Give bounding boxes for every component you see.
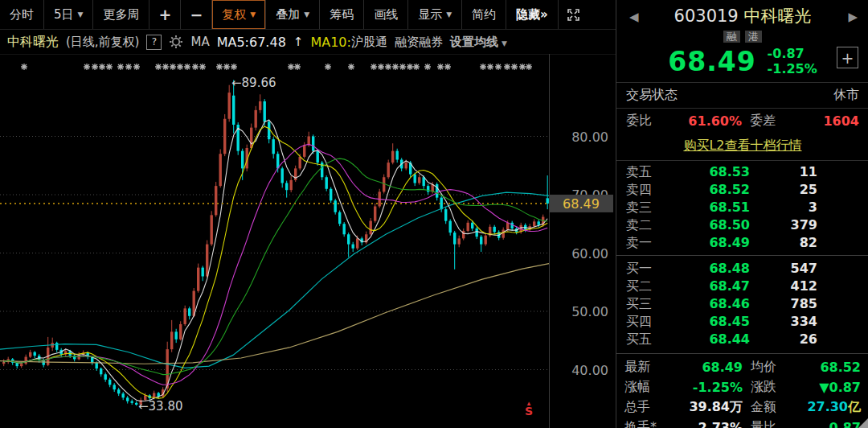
candle-up — [20, 364, 23, 366]
y-axis-tick: 50.00 — [571, 304, 608, 319]
help-icon[interactable]: ? — [146, 35, 162, 50]
toolbar-button-+[interactable]: + — [149, 0, 181, 29]
ask-row[interactable]: 卖一68.4982 — [616, 234, 868, 252]
sell-signal-marker[interactable]: S — [525, 405, 533, 418]
event-marker-icon[interactable] — [170, 64, 176, 70]
event-marker-icon[interactable] — [288, 64, 294, 70]
candle-down — [347, 234, 350, 244]
event-marker-icon[interactable] — [519, 64, 526, 70]
event-marker-icon[interactable] — [162, 64, 169, 70]
toolbar-button-更多周[interactable]: 更多周 — [93, 0, 149, 29]
candle-down — [471, 223, 473, 228]
event-marker-icon[interactable] — [407, 64, 413, 70]
toolbar-button-−[interactable]: − — [181, 0, 212, 29]
rongzirongquan-tag: 融资融券 — [395, 35, 443, 50]
event-marker-icon[interactable] — [487, 64, 493, 70]
candle-up — [370, 221, 372, 235]
candle-down — [188, 308, 190, 315]
ask-row[interactable]: 卖四68.5225 — [616, 181, 868, 199]
event-marker-icon[interactable] — [84, 64, 90, 70]
ma-settings-button[interactable]: 设置均线▼ — [450, 35, 507, 50]
stock-name-label: 中科曙光 — [7, 34, 59, 51]
bid-row[interactable]: 买三68.46785 — [616, 295, 868, 313]
event-marker-icon[interactable] — [504, 64, 510, 70]
event-marker-icon[interactable] — [378, 64, 384, 70]
event-marker-icon[interactable] — [106, 64, 113, 70]
event-marker-icon[interactable] — [199, 64, 206, 70]
toolbar-button-显示[interactable]: 显示▼ — [408, 0, 462, 29]
event-marker-icon[interactable] — [385, 64, 391, 70]
candle-down — [175, 331, 178, 339]
event-marker-icon[interactable] — [216, 64, 223, 70]
add-to-watchlist-button[interactable]: + — [837, 47, 858, 68]
event-marker-icon[interactable] — [526, 64, 532, 70]
candle-up — [356, 238, 358, 248]
bid-row[interactable]: 买五68.4426 — [616, 331, 868, 348]
ma5-line — [4, 120, 548, 401]
event-marker-icon[interactable] — [399, 64, 406, 70]
event-marker-icon[interactable] — [325, 64, 331, 70]
toolbar-button-叠加[interactable]: 叠加▼ — [266, 0, 320, 29]
event-marker-icon[interactable] — [184, 64, 190, 70]
event-marker-icon[interactable] — [192, 64, 199, 70]
toolbar-button-筹码[interactable]: 筹码 — [320, 0, 364, 29]
toolbar-button-复权[interactable]: 复权▼ — [212, 0, 266, 29]
fullscreen-icon[interactable] — [559, 0, 588, 29]
l2-promo-row: 购买L2查看十档行情 — [616, 134, 868, 161]
candle-down — [135, 403, 137, 405]
toolbar-button-画线[interactable]: 画线 — [364, 0, 408, 29]
next-stock-arrow[interactable]: ▶ — [848, 10, 858, 24]
ask-row[interactable]: 卖二68.50379 — [616, 216, 868, 234]
event-marker-icon[interactable] — [511, 64, 518, 70]
ma5-value: MA5:67.48 — [217, 35, 286, 50]
toolbar-button-隐藏[interactable]: 隐藏» — [506, 0, 559, 29]
event-marker-icon[interactable] — [92, 64, 98, 70]
event-marker-icon[interactable] — [117, 64, 124, 70]
stat-row: 换手*2.73%量比0.87 — [624, 418, 861, 428]
candle-down — [104, 374, 107, 380]
kline-chart[interactable]: 80.0070.0060.0050.0040.0068.49←89.66←33.… — [0, 54, 615, 428]
window-resize-grip[interactable] — [858, 418, 868, 428]
candle-down — [73, 356, 76, 359]
toolbar-button-简约[interactable]: 简约 — [462, 0, 506, 29]
chart-mode-label: (日线,前复权) — [66, 35, 139, 50]
candle-up — [29, 352, 31, 357]
candle-down — [317, 151, 319, 163]
event-marker-icon[interactable] — [99, 64, 105, 70]
toolbar-button-分时[interactable]: 分时 — [0, 0, 44, 29]
event-marker-icon[interactable] — [231, 64, 237, 70]
prev-stock-arrow[interactable]: ◀ — [629, 10, 639, 24]
ask-row[interactable]: 卖三68.513 — [616, 199, 868, 216]
event-marker-icon[interactable] — [392, 64, 399, 70]
event-marker-icon[interactable] — [444, 64, 451, 70]
y-axis-tick: 60.00 — [571, 246, 608, 261]
bid-row[interactable]: 买一68.48547 — [616, 260, 868, 278]
event-marker-icon[interactable] — [294, 64, 301, 70]
event-marker-icon[interactable] — [177, 64, 183, 70]
event-marker-icon[interactable] — [223, 64, 230, 70]
event-marker-icon[interactable] — [413, 64, 420, 70]
event-marker-icon[interactable] — [495, 64, 502, 70]
candle-down — [444, 209, 447, 221]
event-marker-icon[interactable] — [21, 64, 27, 70]
hugutong-tag: 沪股通 — [351, 35, 387, 50]
bid-row[interactable]: 买四68.45334 — [616, 313, 868, 331]
event-marker-icon[interactable] — [480, 64, 486, 70]
candle-down — [476, 228, 478, 237]
event-marker-icon[interactable] — [155, 64, 162, 70]
toolbar-button-5日[interactable]: 5日▼ — [44, 0, 93, 29]
y-axis-tick: 40.00 — [571, 363, 608, 378]
event-marker-icon[interactable] — [371, 64, 377, 70]
candle-up — [391, 151, 394, 163]
event-marker-icon[interactable] — [133, 64, 140, 70]
candle-down — [43, 360, 45, 365]
event-marker-icon[interactable] — [348, 64, 354, 70]
ask-row[interactable]: 卖五68.5311 — [616, 163, 868, 181]
bid-row[interactable]: 买二68.47412 — [616, 278, 868, 295]
buy-l2-link[interactable]: 购买L2查看十档行情 — [683, 138, 801, 153]
event-marker-icon[interactable] — [125, 64, 132, 70]
candle-down — [493, 227, 496, 233]
gear-icon[interactable] — [169, 35, 183, 49]
event-marker-icon[interactable] — [437, 64, 444, 70]
event-marker-icon[interactable] — [424, 64, 431, 70]
